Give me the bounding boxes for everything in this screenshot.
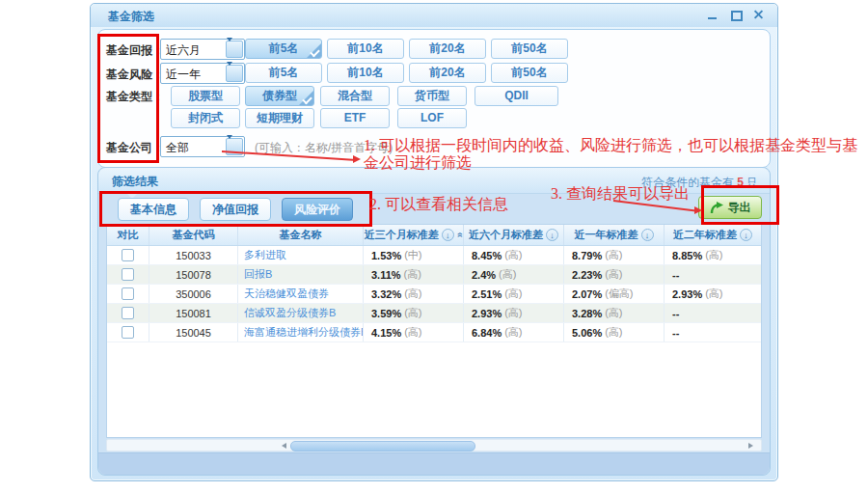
type-closed-button[interactable]: 封闭式 [171, 108, 240, 128]
col-header-stddev-3m[interactable]: 近三个月标准差↓» [364, 225, 464, 245]
fund-code: 150045 [149, 323, 238, 342]
close-icon[interactable] [751, 9, 766, 21]
table-row: 350006 天治稳健双盈债券 3.32%(高) 2.51%(高) 2.07%(… [107, 285, 761, 304]
return-top20-button[interactable]: 前20名 [409, 39, 486, 59]
compare-checkbox[interactable] [122, 307, 134, 319]
type-stock-button[interactable]: 股票型 [171, 86, 240, 106]
chevron-down-icon[interactable] [226, 65, 243, 82]
return-top10-button[interactable]: 前10名 [327, 39, 404, 59]
stddev-1y-cell: 3.28%(高) [564, 304, 665, 322]
stddev-3m-cell: 3.32%(高) [364, 285, 464, 303]
stddev-3m-cell: 3.59%(高) [364, 304, 464, 322]
fund-code: 150081 [149, 304, 238, 322]
fund-code: 350006 [149, 285, 238, 303]
type-qdii-button[interactable]: QDII [475, 86, 558, 106]
results-footer [98, 452, 770, 475]
fund-name-link[interactable]: 天治稳健双盈债券 [238, 287, 329, 301]
stddev-1y-cell: 8.79%(高) [564, 246, 665, 264]
window-title: 基金筛选 [108, 9, 154, 25]
titlebar[interactable]: 基金筛选 [91, 4, 777, 27]
type-hybrid-button[interactable]: 混合型 [320, 86, 390, 106]
stddev-2y-cell: -- [665, 304, 761, 322]
chevron-down-icon[interactable] [226, 41, 243, 58]
fund-name-link[interactable]: 回报B [238, 267, 272, 282]
stddev-6m-cell: 2.4%(高) [464, 265, 564, 284]
horizontal-scrollbar[interactable] [106, 439, 762, 451]
minimize-icon[interactable] [705, 9, 719, 21]
return-top5-button[interactable]: 前5名 [245, 39, 322, 59]
stddev-6m-cell: 6.84%(高) [464, 323, 564, 342]
sort-icon[interactable]: ↓ [740, 229, 752, 241]
col-header-fund-code: 基金代码 [149, 225, 238, 245]
table-header-row: 对比 基金代码 基金名称 近三个月标准差↓» 近六个月标准差↓ 近一年标准差↓ … [107, 225, 761, 246]
annotation-note-2: 2. 可以查看相关信息 [369, 196, 508, 213]
fund-return-dropdown[interactable]: 近六月 [160, 39, 245, 60]
fund-risk-dropdown[interactable]: 近一年 [160, 63, 245, 84]
stddev-2y-cell: -- [665, 265, 761, 284]
col-header-compare: 对比 [107, 225, 149, 245]
stddev-6m-cell: 2.51%(高) [464, 285, 564, 303]
risk-top50-button[interactable]: 前50名 [491, 63, 568, 83]
sort-active-up-icon[interactable]: » [454, 232, 465, 238]
table-row: 150045 海富通稳进增利分级债券B... 4.15%(高) 6.84%(高)… [107, 323, 761, 342]
risk-top10-button[interactable]: 前10名 [327, 63, 404, 83]
annotation-box-filter-labels [97, 34, 159, 163]
dropdown-value: 全部 [166, 140, 189, 156]
fund-name-link[interactable]: 海富通稳进增利分级债券B... [238, 325, 364, 340]
annotation-note-3: 3. 查询结果可以导出 [551, 185, 690, 203]
stddev-1y-cell: 5.06%(高) [564, 323, 665, 342]
type-lof-button[interactable]: LOF [397, 108, 467, 128]
annotation-box-tabs [99, 191, 372, 227]
maximize-icon[interactable] [728, 9, 743, 21]
col-header-stddev-6m[interactable]: 近六个月标准差↓ [464, 225, 564, 245]
return-top50-button[interactable]: 前50名 [491, 39, 568, 59]
annotation-note-1: 1. 可以根据一段时间内的收益、风险进行筛选，也可以根据基金类型与基金公司进行筛… [364, 137, 865, 173]
type-etf-button[interactable]: ETF [320, 108, 390, 128]
risk-top20-button[interactable]: 前20名 [409, 63, 486, 83]
stddev-6m-cell: 8.45%(高) [464, 246, 564, 264]
fund-code: 150033 [149, 246, 238, 264]
col-header-fund-name: 基金名称 [238, 225, 364, 245]
scrollbar-thumb[interactable] [290, 441, 475, 451]
stddev-1y-cell: 2.07%(偏高) [564, 285, 665, 303]
sort-icon[interactable]: ↓ [641, 229, 654, 241]
table-row: 150078 回报B 3.11%(高) 2.4%(高) 2.23%(高) -- [107, 265, 761, 285]
compare-checkbox[interactable] [122, 326, 134, 339]
table-row: 150081 信诚双盈分级债券B 3.59%(高) 2.93%(高) 3.28%… [107, 304, 761, 323]
stddev-2y-cell: 8.85%(高) [665, 246, 761, 264]
fund-code: 150078 [149, 265, 238, 284]
sort-icon[interactable]: ↓ [442, 229, 454, 241]
stddev-3m-cell: 3.11%(高) [364, 265, 464, 284]
stddev-6m-cell: 2.93%(高) [464, 304, 564, 322]
stddev-2y-cell: 2.93%(高) [665, 285, 761, 303]
type-shortterm-button[interactable]: 短期理财 [245, 108, 314, 128]
screen: 基金筛选 基金回报： 近六月 前5名 前10名 前20名 前50名 基金 [0, 0, 868, 492]
sort-icon[interactable]: ↓ [546, 229, 558, 241]
window-controls [705, 9, 766, 21]
dropdown-value: 近一年 [166, 67, 201, 83]
fund-company-dropdown[interactable]: 全部 [160, 136, 245, 157]
compare-checkbox[interactable] [122, 249, 134, 261]
col-header-stddev-1y[interactable]: 近一年标准差↓ [564, 225, 665, 245]
stddev-1y-cell: 2.23%(高) [564, 265, 665, 284]
scroll-left-icon[interactable] [279, 443, 286, 449]
type-money-button[interactable]: 货币型 [397, 86, 467, 106]
annotation-arrowhead [694, 206, 706, 214]
compare-checkbox[interactable] [122, 268, 134, 281]
scroll-right-icon[interactable] [748, 443, 756, 449]
stddev-3m-cell: 1.53%(中) [364, 246, 464, 264]
type-bond-button[interactable]: 债券型 [245, 86, 314, 106]
dropdown-value: 近六月 [166, 42, 201, 59]
annotation-box-export [701, 185, 779, 225]
compare-checkbox[interactable] [122, 287, 134, 300]
fund-filter-window: 基金筛选 基金回报： 近六月 前5名 前10名 前20名 前50名 基金 [90, 3, 778, 481]
results-title: 筛选结果 [112, 174, 158, 190]
fund-name-link[interactable]: 多利进取 [238, 248, 286, 262]
stddev-3m-cell: 4.15%(高) [364, 323, 464, 342]
results-table: 对比 基金代码 基金名称 近三个月标准差↓» 近六个月标准差↓ 近一年标准差↓ … [106, 224, 762, 438]
stddev-2y-cell: -- [665, 323, 761, 342]
fund-name-link[interactable]: 信诚双盈分级债券B [238, 306, 336, 320]
risk-top5-button[interactable]: 前5名 [245, 63, 322, 83]
col-header-stddev-2y[interactable]: 近二年标准差↓ [665, 225, 761, 245]
table-row: 150033 多利进取 1.53%(中) 8.45%(高) 8.79%(高) 8… [107, 246, 761, 265]
